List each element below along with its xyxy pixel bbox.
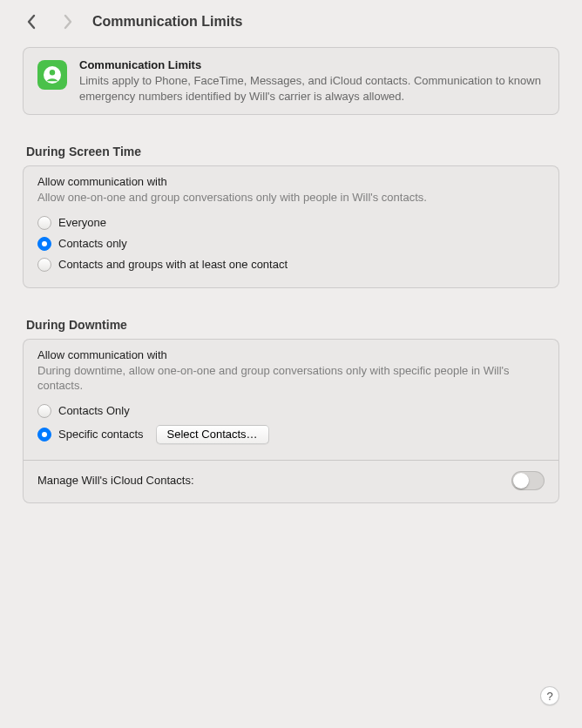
downtime-group-desc: During downtime, allow one-on-one and gr… [37, 363, 545, 394]
radio-downtime-specific[interactable]: Specific contacts Select Contacts… [37, 421, 545, 448]
radio-button-icon [37, 237, 51, 251]
screentime-group-desc: Allow one-on-one and group conversations… [37, 190, 545, 206]
radio-label: Specific contacts [58, 428, 144, 441]
radio-label: Contacts only [58, 237, 127, 250]
radio-everyone[interactable]: Everyone [37, 212, 545, 233]
header: Communication Limits [0, 0, 582, 42]
radio-downtime-contacts-only[interactable]: Contacts Only [37, 401, 545, 421]
radio-label: Contacts Only [58, 404, 130, 417]
help-button[interactable]: ? [540, 686, 559, 705]
intro-text: Communication Limits Limits apply to Pho… [79, 58, 545, 104]
manage-icloud-row: Manage Will's iCloud Contacts: [37, 471, 545, 490]
radio-button-icon [37, 404, 51, 418]
toggle-knob [513, 473, 529, 489]
select-contacts-button[interactable]: Select Contacts… [156, 425, 269, 444]
forward-button [63, 14, 73, 30]
radio-label: Everyone [58, 216, 106, 229]
section-title-screentime: During Screen Time [26, 145, 556, 158]
radio-button-icon [37, 216, 51, 230]
screentime-group-title: Allow communication with [37, 175, 545, 188]
contacts-icon [37, 60, 67, 90]
manage-icloud-toggle[interactable] [511, 471, 545, 490]
intro-card: Communication Limits Limits apply to Pho… [23, 47, 559, 115]
radio-label: Contacts and groups with at least one co… [58, 258, 288, 271]
group-screentime: Allow communication with Allow one-on-on… [23, 165, 559, 288]
page-title: Communication Limits [92, 14, 242, 30]
back-button[interactable] [26, 14, 37, 30]
svg-point-1 [50, 70, 55, 75]
radio-contacts-groups[interactable]: Contacts and groups with at least one co… [37, 254, 545, 275]
intro-desc: Limits apply to Phone, FaceTime, Message… [79, 73, 545, 104]
downtime-group-title: Allow communication with [37, 348, 545, 361]
radio-button-icon [37, 258, 51, 272]
group-downtime: Allow communication with During downtime… [23, 339, 559, 503]
divider [24, 460, 558, 461]
nav-arrows [26, 14, 73, 30]
intro-title: Communication Limits [79, 58, 545, 71]
radio-button-icon [37, 428, 51, 442]
radio-contacts-only[interactable]: Contacts only [37, 233, 545, 254]
manage-label: Manage Will's iCloud Contacts: [37, 474, 194, 487]
help-icon: ? [546, 690, 552, 703]
section-title-downtime: During Downtime [26, 318, 556, 332]
